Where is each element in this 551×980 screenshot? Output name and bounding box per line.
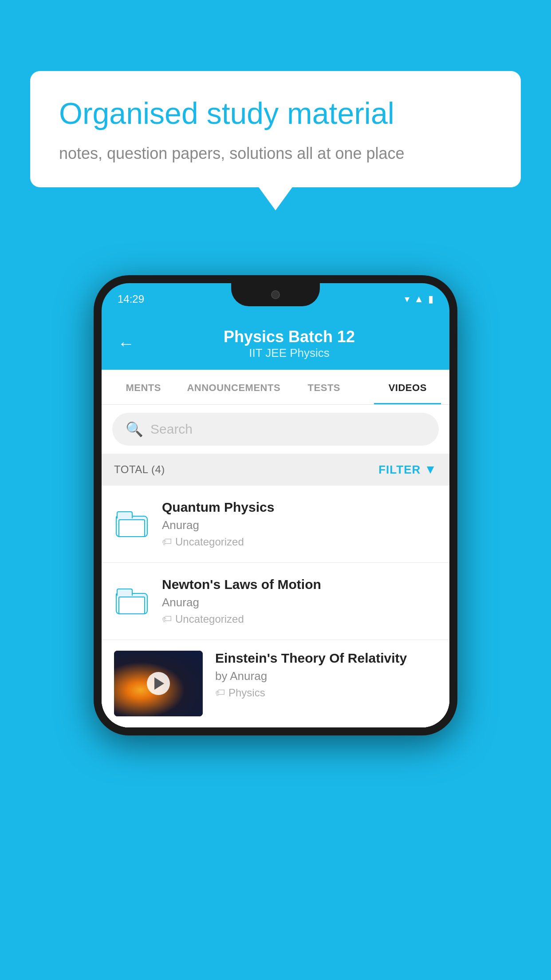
wifi-icon: ▾ <box>405 293 409 305</box>
camera-dot <box>271 290 280 299</box>
filter-row: TOTAL (4) FILTER ▼ <box>102 454 449 486</box>
filter-label: FILTER <box>378 463 421 477</box>
item-author: Anurag <box>162 518 437 532</box>
search-bar-wrapper: 🔍 Search <box>102 405 449 454</box>
item-info-einstein: Einstein's Theory Of Relativity by Anura… <box>215 651 437 699</box>
item-info-quantum: Quantum Physics Anurag 🏷 Uncategorized <box>162 500 437 548</box>
signal-icon: ▲ <box>414 293 424 305</box>
tag-icon: 🏷 <box>162 536 172 548</box>
search-placeholder: Search <box>150 422 193 437</box>
app-header: ← Physics Batch 12 IIT JEE Physics <box>102 315 449 370</box>
header-title-block: Physics Batch 12 IIT JEE Physics <box>145 328 433 360</box>
tab-announcements[interactable]: ANNOUNCEMENTS <box>185 370 282 404</box>
tag-label: Physics <box>228 687 265 699</box>
status-icons: ▾ ▲ ▮ <box>405 293 433 305</box>
tag-label: Uncategorized <box>175 613 244 625</box>
search-icon: 🔍 <box>126 421 143 438</box>
bubble-title: Organised study material <box>59 95 492 132</box>
phone-frame: 14:29 ▾ ▲ ▮ ← Physics Batch 12 IIT JEE P… <box>94 275 457 735</box>
filter-funnel-icon: ▼ <box>424 462 437 477</box>
item-title: Einstein's Theory Of Relativity <box>215 651 437 666</box>
speech-bubble-container: Organised study material notes, question… <box>30 71 521 187</box>
folder-icon-quantum <box>114 506 150 542</box>
filter-button[interactable]: FILTER ▼ <box>378 462 437 477</box>
item-info-newton: Newton's Laws of Motion Anurag 🏷 Uncateg… <box>162 577 437 625</box>
header-title: Physics Batch 12 <box>145 328 433 346</box>
status-bar: 14:29 ▾ ▲ ▮ <box>102 283 449 315</box>
search-bar[interactable]: 🔍 Search <box>112 413 439 446</box>
item-tag: 🏷 Uncategorized <box>162 613 437 625</box>
folder-icon-newton <box>114 584 150 619</box>
tag-icon: 🏷 <box>215 687 225 699</box>
battery-icon: ▮ <box>428 293 433 305</box>
play-triangle-icon <box>154 677 164 690</box>
video-thumbnail-einstein <box>114 651 203 716</box>
item-author: by Anurag <box>215 669 437 683</box>
tab-tests[interactable]: TESTS <box>282 370 366 404</box>
item-title: Quantum Physics <box>162 500 437 515</box>
phone-screen: 🔍 Search TOTAL (4) FILTER ▼ <box>102 405 449 727</box>
play-button[interactable] <box>147 672 170 695</box>
tag-label: Uncategorized <box>175 536 244 548</box>
list-item[interactable]: Einstein's Theory Of Relativity by Anura… <box>102 640 449 727</box>
phone-wrapper: 14:29 ▾ ▲ ▮ ← Physics Batch 12 IIT JEE P… <box>94 275 457 735</box>
tab-ments[interactable]: MENTS <box>102 370 185 404</box>
status-time: 14:29 <box>118 293 144 305</box>
item-title: Newton's Laws of Motion <box>162 577 437 592</box>
total-count: TOTAL (4) <box>114 463 165 476</box>
list-item[interactable]: Quantum Physics Anurag 🏷 Uncategorized <box>102 486 449 563</box>
list-item[interactable]: Newton's Laws of Motion Anurag 🏷 Uncateg… <box>102 563 449 640</box>
tag-icon: 🏷 <box>162 613 172 625</box>
speech-bubble: Organised study material notes, question… <box>30 71 521 187</box>
tabs-bar: MENTS ANNOUNCEMENTS TESTS VIDEOS <box>102 370 449 405</box>
header-subtitle: IIT JEE Physics <box>145 346 433 360</box>
item-tag: 🏷 Physics <box>215 687 437 699</box>
tab-videos[interactable]: VIDEOS <box>366 370 449 404</box>
back-button[interactable]: ← <box>118 334 134 353</box>
notch <box>231 283 320 306</box>
item-author: Anurag <box>162 596 437 609</box>
bubble-subtitle: notes, question papers, solutions all at… <box>59 144 492 163</box>
video-list: Quantum Physics Anurag 🏷 Uncategorized <box>102 486 449 727</box>
item-tag: 🏷 Uncategorized <box>162 536 437 548</box>
